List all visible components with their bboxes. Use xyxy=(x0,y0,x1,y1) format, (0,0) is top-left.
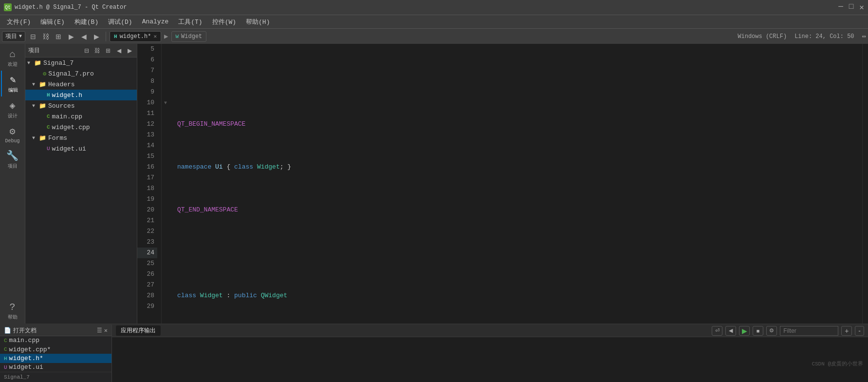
tree-right-btn[interactable]: ▶ xyxy=(125,46,134,55)
app-output-run-btn[interactable]: ▶ xyxy=(739,326,750,336)
project-label-icon: 项目 xyxy=(8,163,18,170)
toolbar-expand-btn[interactable]: ▶ xyxy=(65,31,77,42)
app-output-tab[interactable]: 应用程序输出 xyxy=(116,325,161,336)
app-output-controls: ⏎ ◀ ▶ ■ ⚙ + - xyxy=(712,326,864,336)
collapse-spacer xyxy=(162,65,169,76)
menu-file[interactable]: 文件(F) xyxy=(2,17,36,27)
project-icon: 🔧 xyxy=(6,150,18,162)
tree-node-widgeth[interactable]: H widget.h xyxy=(25,90,137,100)
app-output-left-btn[interactable]: ◀ xyxy=(725,326,736,336)
class-tab-icon: W xyxy=(176,34,179,39)
line-num-29: 29 xyxy=(137,301,157,312)
tree-node-widgetui[interactable]: U widget.ui xyxy=(25,143,137,154)
collapse-btn[interactable]: ▼ xyxy=(162,97,169,108)
code-line-7: namespace Ui { class Widget ; } xyxy=(177,162,862,172)
doc-item-maincpp[interactable]: C main.cpp xyxy=(0,336,111,345)
tree-node-widgetcpp[interactable]: C widget.cpp xyxy=(25,122,137,133)
collapse-spacer xyxy=(162,55,169,65)
csdn-label: CSDN @皮蛋的小世界 xyxy=(812,361,863,367)
zoom-out-btn[interactable]: - xyxy=(855,326,864,336)
pro-file-icon: ⚙ xyxy=(43,70,46,77)
menu-help[interactable]: 帮助(H) xyxy=(241,17,275,27)
toolbar-right-status: Windows (CRLF) Line: 24, Col: 50 ⇔ xyxy=(738,32,866,40)
tree-link-btn[interactable]: ⛓ xyxy=(93,46,102,55)
token-kw: namespace xyxy=(177,162,211,172)
doc-item-widgeth[interactable]: H widget.h* xyxy=(0,354,111,363)
token-type: Widget xyxy=(200,290,223,301)
collapse-spacer xyxy=(162,44,169,55)
tree-node-forms[interactable]: ▼ 📁 Forms xyxy=(25,133,137,143)
app-icon: Qt xyxy=(4,3,12,11)
tree-node-label: Signal_7 xyxy=(43,59,74,67)
close-icon[interactable]: ✕ xyxy=(153,33,157,39)
tree-node-label: Sources xyxy=(48,102,75,110)
tree-node-sources[interactable]: ▼ 📁 Sources xyxy=(25,100,137,111)
tree-node-pro[interactable]: ⚙ Signal_7.pro xyxy=(25,68,137,79)
menu-tools[interactable]: 工具(T) xyxy=(173,17,207,27)
project-dropdown[interactable]: 项目 ▼ xyxy=(2,31,25,42)
collapse-indicators: ▼ xyxy=(162,44,169,324)
window-title: widget.h @ Signal_7 - Qt Creator xyxy=(15,4,127,11)
token-plain: { xyxy=(223,162,234,172)
sidebar-item-help[interactable]: ? 帮助 xyxy=(1,299,24,324)
toolbar-link-btn[interactable]: ⛓ xyxy=(40,31,52,42)
menu-controls[interactable]: 控件(W) xyxy=(207,17,241,27)
file-tab-icon: H xyxy=(114,34,117,39)
minimize-button[interactable]: ─ xyxy=(838,2,843,12)
app-output-settings-btn[interactable]: ⚙ xyxy=(766,326,777,336)
line-num-15: 15 xyxy=(137,151,157,162)
project-name-label: Signal_7 xyxy=(4,374,30,380)
sidebar-item-welcome[interactable]: ⌂ 欢迎 xyxy=(1,46,24,71)
docs-toolbar-btn[interactable]: ☰ xyxy=(97,327,102,334)
code-editor[interactable]: 5 6 7 8 9 10 11 12 13 14 15 16 17 18 19 … xyxy=(137,44,868,324)
tree-node-signal7[interactable]: ▼ 📁 Signal_7 xyxy=(25,57,137,68)
folder-icon: 📁 xyxy=(39,102,46,110)
expand-arrow-icon: ▼ xyxy=(27,60,34,66)
edit-label: 编辑 xyxy=(8,87,18,94)
maximize-button[interactable]: □ xyxy=(849,2,854,12)
toolbar: 项目 ▼ ⊟ ⛓ ⊞ ▶ ◀ ▶ H widget.h* ✕ ▶ W Widge… xyxy=(0,28,868,44)
token-plain xyxy=(211,162,215,172)
doc-item-widgetcpp[interactable]: C widget.cpp* xyxy=(0,345,111,354)
menu-debug[interactable]: 调试(D) xyxy=(103,17,137,27)
app-output-attach-btn[interactable]: ⏎ xyxy=(712,326,722,336)
zoom-in-btn[interactable]: + xyxy=(841,326,852,336)
toolbar-collapse-btn[interactable]: ⊞ xyxy=(53,31,64,42)
debug-icon: ⚙ xyxy=(9,125,15,137)
class-tab[interactable]: W Widget xyxy=(171,31,207,42)
doc-item-widgetui[interactable]: U widget.ui xyxy=(0,363,111,372)
token-plain xyxy=(196,290,200,301)
app-output-stop-btn[interactable]: ■ xyxy=(753,326,763,336)
close-button[interactable]: ✕ xyxy=(859,2,864,12)
tree-node-maincpp[interactable]: C main.cpp xyxy=(25,111,137,122)
doc-icon: C xyxy=(4,346,7,352)
toolbar-filter-btn[interactable]: ⊟ xyxy=(27,31,39,42)
docs-close-btn[interactable]: ✕ xyxy=(104,327,108,334)
design-icon: ◈ xyxy=(9,99,15,112)
sidebar-item-design[interactable]: ◈ 设计 xyxy=(1,96,24,122)
sidebar-item-debug[interactable]: ⚙ Debug xyxy=(1,122,24,147)
expand-icon: ⇔ xyxy=(862,32,866,40)
sidebar-item-edit[interactable]: ✎ 编辑 xyxy=(1,71,24,96)
toolbar-nav-left[interactable]: ◀ xyxy=(78,31,90,42)
filter-input[interactable] xyxy=(780,326,838,336)
toolbar-separator xyxy=(106,32,106,41)
line-num-24: 24 xyxy=(137,248,157,258)
code-content[interactable]: QT_BEGIN_NAMESPACE namespace Ui { class … xyxy=(169,44,862,324)
menu-build[interactable]: 构建(B) xyxy=(70,17,103,27)
app-output-content xyxy=(112,337,868,382)
file-tab-active[interactable]: H widget.h* ✕ xyxy=(110,31,161,42)
tree-left-btn[interactable]: ◀ xyxy=(114,46,123,55)
token-kw: public xyxy=(234,290,257,301)
tree-node-headers[interactable]: ▼ 📁 Headers xyxy=(25,79,137,90)
sidebar-item-project[interactable]: 🔧 项目 xyxy=(1,147,24,172)
scrollbar-vertical[interactable] xyxy=(862,44,868,324)
line-numbers: 5 6 7 8 9 10 11 12 13 14 15 16 17 18 19 … xyxy=(137,44,162,324)
menu-analyze[interactable]: Analyze xyxy=(137,17,174,26)
tree-collapse-btn[interactable]: ⊞ xyxy=(104,46,112,55)
header-file-icon: H xyxy=(47,92,50,98)
doc-name: main.cpp xyxy=(9,337,39,344)
menu-edit[interactable]: 编辑(E) xyxy=(36,17,69,27)
toolbar-nav-right[interactable]: ▶ xyxy=(91,31,102,42)
tree-filter-btn[interactable]: ⊟ xyxy=(82,46,91,55)
